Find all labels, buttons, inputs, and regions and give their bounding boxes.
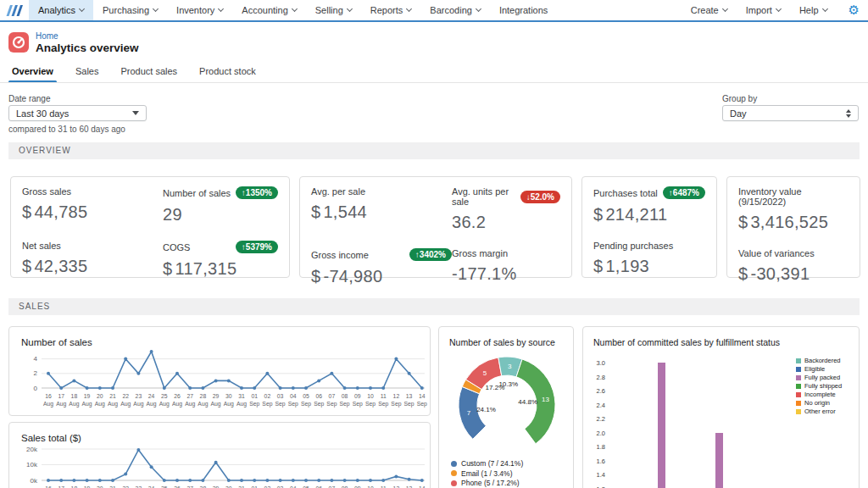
legend-label: Email (1 / 3.4%) [461,469,512,479]
kpi-label: Value of variances [738,248,815,258]
nav-right-items: CreateImportHelp [682,0,840,20]
kpi-cell-cogs: COGS↑5379%$117,315 [163,241,278,279]
chart-card-committed-sales: Number of committed sales by fulfillment… [582,326,860,488]
svg-text:10: 10 [367,393,374,399]
svg-text:30: 30 [225,393,232,399]
legend-item-fully-packed: Fully packed [796,374,842,382]
legend-item-backordered: Backordered [796,358,842,365]
chevron-down-icon [822,6,828,12]
kpi-cell-header: Gross income↑3402% [311,248,452,261]
kpi-cell-header: Number of sales↑1350% [163,186,278,199]
settings-gear-icon[interactable]: ⚙ [840,0,868,20]
sales-total-line-chart[interactable]: 20k10k0k16Aug17Aug18Aug19Aug20Aug21Aug22… [13,443,430,488]
dollar-sign: $ [593,257,603,275]
nav-item-help[interactable]: Help [790,0,837,20]
analytics-dashboard: AnalyticsPurchasingInventoryAccountingSe… [0,0,868,488]
fulfillment-bar[interactable] [715,433,723,488]
sales-by-source-donut-chart[interactable]: 724.1%517.2%310.3%1344.8% [439,352,575,459]
kpi-cell-gross-margin: Gross margin-177.1% [452,248,560,286]
svg-text:Aug: Aug [211,401,221,408]
bar-ytick: 2.2 [587,415,605,423]
kpi-value: $-74,980 [311,267,452,286]
kpi-label: Avg. units per sale [452,186,520,207]
svg-text:Sep: Sep [340,401,350,408]
fulfillment-bar[interactable] [658,363,665,488]
kpi-label: Gross sales [22,186,71,197]
svg-text:03: 03 [277,393,284,399]
dollar-sign: $ [311,202,320,221]
svg-text:Sep: Sep [249,401,259,408]
breadcrumb-home[interactable]: Home [36,31,58,41]
kpi-cell-header: Avg. per sale [311,186,452,197]
kpi-card-2: Purchases total↑6487%$214,211Pending pur… [581,176,717,278]
legend-label: Fully packed [804,374,840,382]
chart-card-number-of-sales: Number of sales 42016Aug17Aug18Aug19Aug2… [8,326,431,416]
legend-label: Phone (5 / 17.2%) [461,479,520,488]
date-range-value: Last 30 days [16,108,69,119]
nav-item-inventory[interactable]: Inventory [167,0,232,20]
kpi-cell-header: Net sales [22,241,163,251]
svg-text:07: 07 [329,393,336,399]
svg-text:Aug: Aug [133,401,143,408]
tab-overview[interactable]: Overview [12,66,53,82]
chevron-down-icon [722,6,728,12]
change-badge: ↓52.0% [520,191,560,203]
date-range-select[interactable]: Last 30 days [8,105,147,121]
inflow-logo-icon[interactable] [0,0,29,20]
tab-sales[interactable]: Sales [75,66,99,82]
svg-text:24.1%: 24.1% [476,406,496,413]
svg-text:23: 23 [136,393,142,399]
nav-item-import[interactable]: Import [737,0,790,20]
svg-text:29: 29 [213,393,220,399]
kpi-card-0: Gross sales$44,785Number of sales↑1350%2… [10,176,290,278]
legend-item-no-origin: No origin [796,400,842,408]
nav-item-create[interactable]: Create [682,0,737,20]
nav-item-barcoding[interactable]: Barcoding [420,0,490,20]
caret-down-icon [132,111,139,115]
svg-text:09: 09 [354,393,361,399]
svg-text:22: 22 [122,393,129,399]
svg-text:10.3%: 10.3% [498,380,518,388]
kpi-cell-header: Gross margin [452,248,560,258]
top-nav: AnalyticsPurchasingInventoryAccountingSe… [0,0,868,22]
kpi-cell-purchases-total: Purchases total↑6487%$214,211 [593,186,705,225]
nav-item-integrations[interactable]: Integrations [490,0,557,20]
kpi-value: $44,785 [22,202,163,222]
svg-text:Aug: Aug [56,401,66,408]
donut-legend: Custom (7 / 24.1%)Email (1 / 3.4%)Phone … [451,459,523,488]
group-by-select[interactable]: Day [722,105,859,121]
legend-item-eligible: Eligible [796,366,842,374]
kpi-value: $214,211 [593,205,705,225]
kpi-cell-value-of-variances: Value of variances$-30,391 [738,248,849,284]
nav-item-label: Reports [370,5,403,15]
tab-product-stock[interactable]: Product stock [199,66,256,82]
nav-item-reports[interactable]: Reports [361,0,421,20]
number-of-sales-line-chart[interactable]: 42016Aug17Aug18Aug19Aug20Aug21Aug22Aug23… [13,349,430,415]
svg-text:Sep: Sep [275,401,286,408]
svg-text:17: 17 [58,393,64,399]
kpi-cell-gross-income: Gross income↑3402%$-74,980 [311,248,452,286]
svg-text:12: 12 [393,393,400,399]
spinner-updown-icon [846,109,851,118]
nav-item-purchasing[interactable]: Purchasing [93,0,167,20]
legend-dot [451,480,457,486]
svg-text:11: 11 [381,393,387,399]
svg-text:Aug: Aug [82,401,92,408]
chart-title: Number of committed sales by fulfillment… [583,327,859,347]
nav-item-selling[interactable]: Selling [306,0,361,20]
svg-text:Aug: Aug [224,401,234,408]
nav-item-analytics[interactable]: Analytics [29,0,93,20]
tab-product-sales[interactable]: Product sales [120,66,177,82]
section-overview: OVERVIEW [8,142,860,159]
legend-label: Incomplete [804,391,836,399]
nav-item-label: Create [691,5,719,15]
svg-text:13: 13 [542,396,549,403]
svg-text:0k: 0k [31,477,38,485]
date-range-label: Date range [8,94,50,103]
kpi-label: Number of sales [163,188,231,198]
dollar-sign: $ [163,259,172,278]
svg-text:Aug: Aug [236,401,247,408]
nav-item-accounting[interactable]: Accounting [232,0,305,20]
nav-item-label: Analytics [38,5,75,15]
svg-text:Sep: Sep [314,401,324,408]
